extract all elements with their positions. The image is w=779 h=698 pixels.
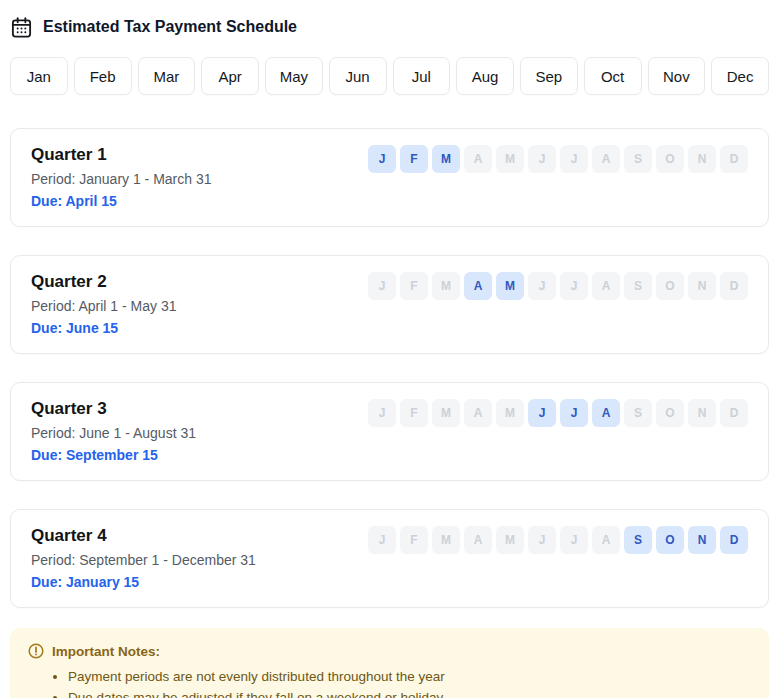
month-chip: M [432, 526, 460, 554]
quarter-info: Quarter 4 Period: September 1 - December… [31, 525, 256, 591]
quarter-info: Quarter 2 Period: April 1 - May 31 Due: … [31, 271, 177, 337]
quarter-due: Due: January 15 [31, 573, 256, 591]
month-chip-active: M [432, 145, 460, 173]
months-row: JanFebMarAprMayJunJulAugSepOctNovDec [10, 57, 769, 95]
page: Estimated Tax Payment Schedule JanFebMar… [0, 0, 779, 698]
month-chip: S [624, 145, 652, 173]
month-chip: J [560, 272, 588, 300]
month-chip: O [656, 399, 684, 427]
quarter-period: Period: January 1 - March 31 [31, 170, 212, 188]
quarter-title: Quarter 3 [31, 398, 196, 419]
notes-title: Important Notes: [52, 644, 160, 659]
quarter-period: Period: June 1 - August 31 [31, 424, 196, 442]
month-chip: A [592, 272, 620, 300]
page-title: Estimated Tax Payment Schedule [43, 18, 297, 36]
month-chips: JFMAMJJASOND [368, 526, 748, 554]
month-chip: S [624, 272, 652, 300]
month-chip: J [368, 526, 396, 554]
note-item: Due dates may be adjusted if they fall o… [68, 687, 751, 698]
quarter-card: Quarter 1 Period: January 1 - March 31 D… [10, 128, 769, 227]
quarter-card: Quarter 4 Period: September 1 - December… [10, 509, 769, 608]
page-header: Estimated Tax Payment Schedule [10, 0, 769, 40]
month-button-apr[interactable]: Apr [201, 57, 259, 95]
month-chip: J [528, 526, 556, 554]
quarter-title: Quarter 1 [31, 144, 212, 165]
important-notes-box: Important Notes: Payment periods are not… [10, 628, 769, 698]
month-chips: JFMAMJJASOND [368, 145, 748, 173]
month-chip-active: J [528, 399, 556, 427]
month-chip-active: A [464, 272, 492, 300]
month-chip: M [496, 145, 524, 173]
month-chip-active: F [400, 145, 428, 173]
month-chip: M [496, 526, 524, 554]
month-chip: A [592, 526, 620, 554]
notes-list: Payment periods are not evenly distribut… [28, 666, 751, 698]
month-button-mar[interactable]: Mar [138, 57, 196, 95]
month-chips: JFMAMJJASOND [368, 399, 748, 427]
calendar-icon [10, 16, 33, 39]
month-button-nov[interactable]: Nov [648, 57, 706, 95]
month-button-may[interactable]: May [265, 57, 323, 95]
month-button-jul[interactable]: Jul [393, 57, 451, 95]
warning-circle-icon [28, 643, 44, 659]
month-button-dec[interactable]: Dec [711, 57, 769, 95]
month-chip-active: N [688, 526, 716, 554]
month-chip: J [368, 399, 396, 427]
quarter-title: Quarter 4 [31, 525, 256, 546]
month-chip-active: M [496, 272, 524, 300]
month-button-jan[interactable]: Jan [10, 57, 68, 95]
month-chip: J [368, 272, 396, 300]
quarter-due: Due: April 15 [31, 192, 212, 210]
quarter-period: Period: September 1 - December 31 [31, 551, 256, 569]
quarter-info: Quarter 3 Period: June 1 - August 31 Due… [31, 398, 196, 464]
quarter-title: Quarter 2 [31, 271, 177, 292]
month-chip: F [400, 526, 428, 554]
month-button-jun[interactable]: Jun [329, 57, 387, 95]
month-chip: M [432, 399, 460, 427]
month-chip: M [496, 399, 524, 427]
month-chip: J [528, 272, 556, 300]
month-chip: J [528, 145, 556, 173]
month-chip: D [720, 272, 748, 300]
quarter-card: Quarter 2 Period: April 1 - May 31 Due: … [10, 255, 769, 354]
month-button-oct[interactable]: Oct [584, 57, 642, 95]
month-chip: J [560, 526, 588, 554]
month-chip-active: S [624, 526, 652, 554]
quarter-due: Due: September 15 [31, 446, 196, 464]
month-chip: A [592, 145, 620, 173]
month-chip: N [688, 145, 716, 173]
quarters: Quarter 1 Period: January 1 - March 31 D… [10, 128, 769, 608]
month-chip: N [688, 272, 716, 300]
month-chip: F [400, 272, 428, 300]
month-chip-active: O [656, 526, 684, 554]
quarter-card: Quarter 3 Period: June 1 - August 31 Due… [10, 382, 769, 481]
notes-header: Important Notes: [28, 643, 751, 659]
month-button-feb[interactable]: Feb [74, 57, 132, 95]
month-chip: A [464, 399, 492, 427]
month-chip-active: J [560, 399, 588, 427]
quarter-info: Quarter 1 Period: January 1 - March 31 D… [31, 144, 212, 210]
month-chip: A [464, 526, 492, 554]
quarter-due: Due: June 15 [31, 319, 177, 337]
month-chip: S [624, 399, 652, 427]
quarter-period: Period: April 1 - May 31 [31, 297, 177, 315]
month-chip-active: A [592, 399, 620, 427]
month-chip: D [720, 399, 748, 427]
month-chip: N [688, 399, 716, 427]
month-chip: A [464, 145, 492, 173]
note-item: Payment periods are not evenly distribut… [68, 666, 751, 687]
month-chip: O [656, 272, 684, 300]
month-chip-active: D [720, 526, 748, 554]
month-chips: JFMAMJJASOND [368, 272, 748, 300]
month-chip: M [432, 272, 460, 300]
month-chip: D [720, 145, 748, 173]
month-button-aug[interactable]: Aug [456, 57, 514, 95]
month-chip-active: J [368, 145, 396, 173]
month-chip: F [400, 399, 428, 427]
month-button-sep[interactable]: Sep [520, 57, 578, 95]
month-chip: J [560, 145, 588, 173]
month-chip: O [656, 145, 684, 173]
